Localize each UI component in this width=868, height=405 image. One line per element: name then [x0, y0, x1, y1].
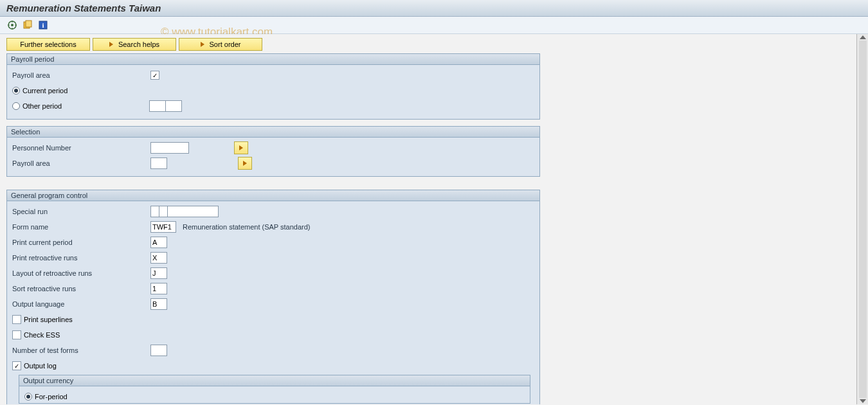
arrow-right-icon: [239, 145, 243, 150]
group-output-currency: Output currency For-period: [19, 375, 530, 404]
scroll-down-icon[interactable]: [860, 399, 866, 403]
vertical-scrollbar[interactable]: [856, 34, 868, 404]
other-period-input-1[interactable]: [149, 100, 166, 112]
group-selection: Selection Personnel Number Payroll area: [6, 126, 540, 177]
svg-rect-7: [26, 21, 32, 27]
print-current-label: Print current period: [12, 239, 150, 246]
scroll-up-icon[interactable]: [860, 35, 866, 39]
scroll-track[interactable]: [859, 40, 867, 398]
special-run-input-2[interactable]: [159, 206, 168, 217]
output-log-checkbox[interactable]: ✓: [12, 361, 21, 370]
svg-point-1: [11, 24, 14, 26]
group-title: General program control: [7, 190, 539, 201]
execute-icon[interactable]: [6, 19, 18, 31]
check-ess-label: Check ESS: [24, 331, 60, 339]
output-lang-input[interactable]: [150, 298, 167, 310]
group-title: Output currency: [19, 375, 530, 386]
other-period-label: Other period: [23, 102, 149, 110]
payroll-area-sel-input[interactable]: [150, 158, 167, 169]
search-helps-button[interactable]: Search helps: [93, 38, 176, 51]
payroll-area-multi-button[interactable]: [238, 157, 252, 170]
arrow-right-icon: [243, 161, 247, 166]
further-selections-button[interactable]: Further selections: [6, 38, 90, 51]
sort-retro-label: Sort retroactive runs: [12, 285, 150, 292]
main-content: Further selections Search helps Sort ord…: [0, 34, 856, 404]
num-test-forms-label: Number of test forms: [12, 346, 150, 354]
current-period-label: Current period: [23, 87, 68, 94]
svg-text:i: i: [42, 21, 44, 29]
form-name-input[interactable]: [150, 221, 176, 233]
page-title: Remuneration Statements Taiwan: [0, 0, 868, 17]
arrow-right-icon: [201, 42, 204, 47]
arrow-right-icon: [109, 42, 113, 47]
output-log-label: Output log: [24, 362, 57, 370]
payroll-area-checkbox[interactable]: ✓: [150, 71, 159, 80]
group-title: Payroll period: [7, 54, 539, 65]
selection-toolbar: Further selections Search helps Sort ord…: [6, 38, 850, 51]
app-toolbar: i: [0, 17, 868, 34]
search-helps-label: Search helps: [118, 40, 159, 48]
print-superlines-label: Print superlines: [24, 316, 73, 323]
current-period-radio[interactable]: [12, 87, 20, 94]
other-period-input-2[interactable]: [165, 100, 182, 112]
personnel-number-multi-button[interactable]: [234, 141, 248, 154]
check-ess-checkbox[interactable]: [12, 330, 21, 339]
special-run-input-3[interactable]: [167, 206, 219, 217]
print-current-input[interactable]: [150, 237, 167, 248]
payroll-area-label: Payroll area: [12, 71, 150, 79]
output-lang-label: Output language: [12, 300, 150, 308]
print-superlines-checkbox[interactable]: [12, 315, 21, 324]
print-retro-input[interactable]: [150, 252, 167, 264]
layout-retro-input[interactable]: [150, 267, 167, 279]
other-period-radio[interactable]: [12, 102, 20, 110]
special-run-input-1[interactable]: [150, 206, 159, 217]
group-title: Selection: [7, 127, 539, 138]
sort-order-label: Sort order: [210, 40, 241, 48]
info-icon[interactable]: i: [37, 19, 49, 31]
sort-retro-input[interactable]: [150, 283, 167, 294]
for-period-radio[interactable]: [24, 393, 32, 401]
group-payroll-period: Payroll period Payroll area ✓ Current pe…: [6, 53, 540, 120]
variant-icon[interactable]: [22, 19, 33, 31]
form-name-desc: Remuneration statement (SAP standard): [183, 223, 311, 231]
sort-order-button[interactable]: Sort order: [179, 38, 262, 51]
form-name-label: Form name: [12, 223, 150, 231]
num-test-forms-input[interactable]: [150, 345, 167, 356]
layout-retro-label: Layout of retroactive runs: [12, 269, 150, 277]
print-retro-label: Print retroactive runs: [12, 254, 150, 262]
payroll-area-sel-label: Payroll area: [12, 159, 150, 167]
special-run-label: Special run: [12, 208, 150, 215]
further-selections-label: Further selections: [20, 40, 76, 48]
group-general-control: General program control Special run Form…: [6, 190, 540, 404]
personnel-number-label: Personnel Number: [12, 144, 150, 152]
personnel-number-input[interactable]: [150, 142, 189, 154]
for-period-label: For-period: [35, 393, 68, 401]
